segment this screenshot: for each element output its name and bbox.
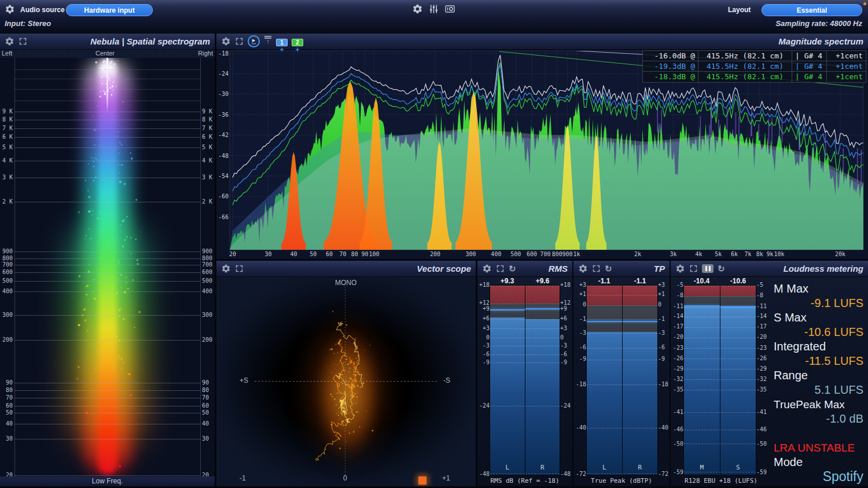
scale-tick-label: -8 <box>756 292 771 298</box>
freq-tick-label: 40 <box>0 420 13 427</box>
peak-value: -1.1 <box>622 277 658 285</box>
meter-scale: -5-8-11-14-17-20-23-26-29-32-35-41-46-50… <box>756 277 771 475</box>
grid-line <box>14 178 200 178</box>
x-axis-tick-label: 400 <box>491 251 501 257</box>
scale-tick-label: -9 <box>573 356 586 362</box>
freq-tick-label: 800 <box>202 255 212 261</box>
scale-tick-label: -35 <box>756 386 771 393</box>
loudness-stat-line: LRA UNSTABLE <box>774 441 863 455</box>
settings-icon[interactable] <box>221 36 231 46</box>
panel-title: RMS <box>549 264 568 273</box>
scale-tick-label: -17 <box>671 323 683 330</box>
fullscreen-icon[interactable] <box>235 37 244 46</box>
loudness-stat-line: Integrated <box>774 339 863 354</box>
x-axis-tick-label: 50 <box>310 251 317 257</box>
settings-icon[interactable] <box>482 264 492 273</box>
peak-value: -10.6 <box>720 277 756 285</box>
scale-tick-label: -35 <box>671 386 683 393</box>
io-routing-icon[interactable] <box>444 3 455 14</box>
add-slot-2-icon[interactable]: + <box>295 46 299 53</box>
over-zone <box>490 286 525 304</box>
settings-icon[interactable] <box>675 264 685 273</box>
scale-tick-label: 0 <box>477 334 490 341</box>
peak-hold-line <box>720 306 756 308</box>
freq-tick-label: 400 <box>202 288 212 294</box>
nebula-header: Nebula | Spatial spectrogram <box>0 34 215 50</box>
balance-marker[interactable] <box>418 476 426 485</box>
grid-line <box>14 252 200 252</box>
vectorscope-header: Vector scope <box>216 261 476 277</box>
freq-tick-label: 60 <box>202 402 209 409</box>
spatial-spectrogram-display[interactable]: 9 K9 K8 K8 K7 K7 K6 K6 K5 K5 K4 K4 K3 K3… <box>0 58 215 476</box>
scale-tick-label: -6 <box>560 351 572 357</box>
scale-tick-label: -26 <box>671 355 683 361</box>
freq-tick-label: 70 <box>202 394 209 401</box>
fullscreen-icon[interactable] <box>592 264 601 273</box>
essential-layout-button[interactable]: Essential <box>762 4 862 16</box>
meter-caption: R128 EBU +18 (LUFS) <box>671 475 771 486</box>
fullscreen-icon[interactable] <box>689 264 698 273</box>
x-axis-tick-label: 7k <box>744 251 751 257</box>
freq-tick-label: 6 K <box>0 134 13 140</box>
channel-label: R <box>623 464 658 471</box>
reset-icon[interactable]: ↻ <box>718 264 725 273</box>
rms-panel: ↻ RMS +9.3+9.6+18+12+9+6+30-3-6-9-24-48+… <box>477 261 572 486</box>
scale-tick-label: -11 <box>756 303 771 309</box>
add-slot-1-icon[interactable]: + <box>279 46 284 53</box>
x-axis-tick-label: 1k <box>573 251 580 257</box>
scale-tick-label: 0 <box>573 301 586 308</box>
freeze-icon[interactable]: ↑ <box>264 38 272 45</box>
mixer-icon[interactable] <box>428 3 439 14</box>
freq-tick-label: 70 <box>0 394 13 401</box>
global-settings-icon[interactable] <box>412 3 423 14</box>
fullscreen-icon[interactable] <box>235 264 244 273</box>
scale-tick-label: +18 <box>560 282 572 288</box>
scale-tick-label: -1 <box>658 316 670 322</box>
freq-tick-label: 9 K <box>0 108 13 114</box>
freq-tick-label: 20 <box>202 472 209 476</box>
freq-tick-label: 30 <box>0 435 13 442</box>
x-axis-tick-label: 4k <box>695 251 702 257</box>
live-button[interactable]: ▶ live <box>248 35 260 47</box>
over-zone <box>684 286 720 296</box>
reset-icon[interactable]: ↻ <box>509 264 516 273</box>
grid-line <box>14 413 200 413</box>
settings-icon[interactable] <box>578 264 588 273</box>
grid-line <box>14 390 200 391</box>
peak-value: -10.4 <box>683 277 720 285</box>
peak-hold-line <box>623 321 658 322</box>
level-bar: R <box>622 286 658 475</box>
settings-icon[interactable] <box>5 4 15 14</box>
pan-left-label: Left <box>2 50 12 57</box>
loudness-stat-line: -1.0 dB <box>774 412 863 426</box>
scale-tick-label: +3 <box>560 325 572 331</box>
settings-icon[interactable] <box>221 264 231 273</box>
level-bar: M <box>684 286 720 475</box>
scale-tick-label: -6 <box>477 351 490 357</box>
headroom-zone <box>684 296 720 305</box>
pan-axis-labels: Left Center Right <box>0 50 215 58</box>
x-axis-tick-label: 3k <box>670 251 677 257</box>
hardware-input-button[interactable]: Hardware input <box>66 4 153 16</box>
pause-button[interactable] <box>702 264 713 273</box>
x-axis-tick-label: 2k <box>634 251 641 257</box>
magnitude-spectrum-panel: -18-24-30-36-42-48-54-60-662030405060708… <box>216 34 868 259</box>
fullscreen-icon[interactable] <box>19 37 27 46</box>
x-axis-tick-label: 300 <box>466 251 476 257</box>
x-axis-tick-label: 80 <box>351 251 358 257</box>
x-axis-tick-label: 100 <box>369 251 380 257</box>
grid-line <box>14 272 200 273</box>
loudness-stat-line: M Max <box>774 282 863 296</box>
loudness-stat-line: -11.5 LUFS <box>774 354 863 368</box>
freq-tick-label: 9 K <box>202 108 212 114</box>
scale-tick-label: -24 <box>560 402 572 409</box>
scale-tick-label: -6 <box>658 344 670 350</box>
minus-s-label: -S <box>443 376 450 385</box>
reset-icon[interactable]: ↻ <box>605 264 612 273</box>
fullscreen-icon[interactable] <box>496 264 505 273</box>
settings-icon[interactable] <box>5 36 14 46</box>
scale-tick-label: +6 <box>560 315 572 321</box>
grid-line <box>14 69 200 70</box>
scale-tick-label: -23 <box>671 345 683 351</box>
channel-label: R <box>525 464 560 471</box>
